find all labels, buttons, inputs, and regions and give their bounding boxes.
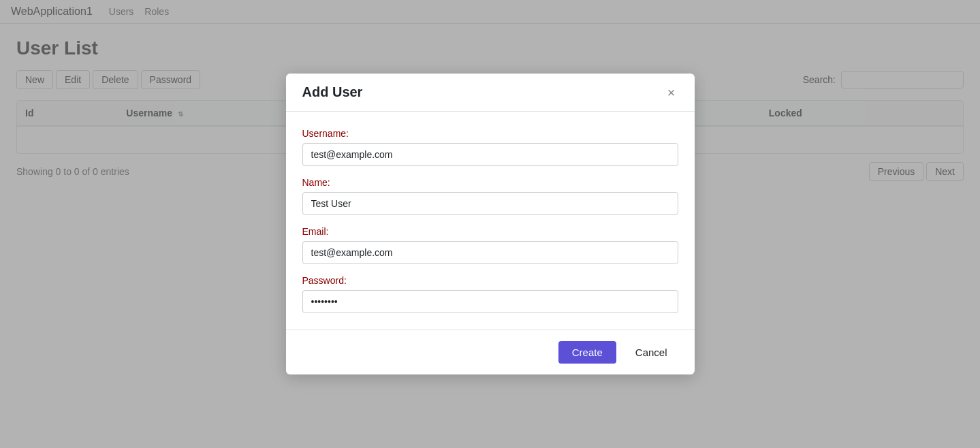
modal-title: Add User	[302, 84, 363, 100]
name-input[interactable]	[302, 192, 678, 195]
name-field-group: Name:	[302, 177, 678, 195]
name-label: Name:	[302, 177, 678, 188]
modal-close-button[interactable]: ×	[665, 86, 678, 99]
username-field-group: Username:	[302, 128, 678, 166]
username-label: Username:	[302, 128, 678, 139]
modal-body: Username: Name: Email: Password:	[286, 112, 695, 195]
modal-overlay: Add User × Username: Name: Email: Passwo…	[0, 0, 980, 195]
modal-header: Add User ×	[286, 74, 695, 112]
add-user-modal: Add User × Username: Name: Email: Passwo…	[286, 74, 695, 195]
username-input[interactable]	[302, 143, 678, 166]
